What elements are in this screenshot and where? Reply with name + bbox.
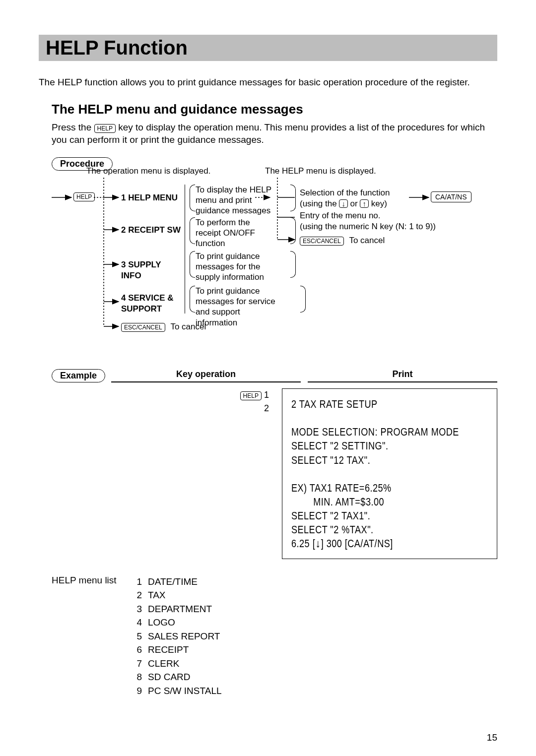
flow-item-3-desc: To print guidance messages for the suppl… — [196, 251, 275, 278]
receipt-line: SELECT "2 %TAX". — [291, 522, 488, 536]
flow-item-1-label: 1 HELP MENU — [121, 192, 183, 203]
help-key-icon: HELP — [94, 124, 116, 133]
procedure-flow: The operation menu is displayed. The HEL… — [52, 178, 497, 351]
key-operation-col: HELP 1 2 — [52, 388, 280, 559]
cancel-text: To cancel — [349, 236, 385, 245]
print-header: Print — [308, 369, 497, 382]
help-menu-caption: The HELP menu is displayed. — [265, 166, 376, 177]
sel-line-b: (using the ↓ or ↑ key) — [300, 198, 409, 209]
help-key-icon: HELP — [73, 192, 95, 201]
sel-line-a: Selection of the function — [300, 188, 409, 198]
up-key-icon: ↑ — [360, 199, 369, 208]
example-label: Example — [52, 369, 105, 382]
intro-text: The HELP function allows you to print gu… — [39, 76, 497, 89]
flow-lines — [52, 178, 498, 351]
cancel-text: To cancel — [170, 322, 206, 331]
keyop-1-num: 1 — [264, 390, 269, 400]
page-title: HELP Function — [39, 35, 497, 61]
help-key-icon: HELP — [240, 391, 262, 400]
menu-list-items: 1DATE/TIME 2TAX 3DEPARTMENT 4LOGO 5SALES… — [131, 575, 222, 698]
section-body: Press the HELP key to display the operat… — [52, 121, 497, 146]
section-body-a: Press the — [52, 122, 94, 132]
entry-line-b: (using the numeric N key (N: 1 to 9)) — [300, 221, 439, 232]
section-heading: The HELP menu and guidance messages — [52, 102, 497, 117]
menu-list-label: HELP menu list — [52, 575, 131, 698]
flow-item-3-label: 3 SUPPLY INFO — [121, 259, 183, 281]
flow-item-2-desc: To perform the receipt ON/OFF function — [196, 217, 275, 244]
receipt-line: 2 TAX RATE SETUP — [291, 397, 488, 411]
ca-at-ns-key-icon: CA/AT/NS — [431, 191, 471, 202]
section-body-b: key to display the operation menu. This … — [52, 122, 485, 145]
flow-item-4-label: 4 SERVICE & SUPPORT — [121, 293, 183, 315]
receipt-line: SELECT "12 TAX". — [291, 453, 488, 467]
receipt-line: SELECT "2 TAX1". — [291, 508, 488, 522]
op-menu-caption: The operation menu is displayed. — [86, 166, 210, 177]
esc-cancel-key-icon: ESC/CANCEL — [121, 323, 165, 332]
down-key-icon: ↓ — [339, 199, 348, 208]
receipt-line: MIN. AMT=$3.00 — [291, 495, 488, 508]
receipt-line: MODE SELECTION: PROGRAM MODE — [291, 425, 488, 439]
receipt-print: 2 TAX RATE SETUP MODE SELECTION: PROGRAM… — [282, 388, 497, 559]
keyop-2: 2 — [52, 402, 269, 415]
receipt-line: EX) TAX1 RATE=6.25% — [291, 481, 488, 495]
receipt-line: 6.25 [↓] 300 [CA/AT/NS] — [291, 536, 488, 550]
flow-item-4-desc: To print guidance messages for service a… — [196, 286, 280, 313]
flow-item-1-desc: To display the HELP menu and print guida… — [196, 185, 275, 211]
entry-line-a: Entry of the menu no. — [300, 210, 439, 221]
flow-item-2-label: 2 RECEIPT SW — [121, 225, 183, 236]
key-operation-header: Key operation — [111, 369, 301, 382]
receipt-line: SELECT "2 SETTING". — [291, 439, 488, 452]
page-number: 15 — [487, 732, 497, 743]
esc-cancel-key-icon: ESC/CANCEL — [300, 237, 344, 246]
